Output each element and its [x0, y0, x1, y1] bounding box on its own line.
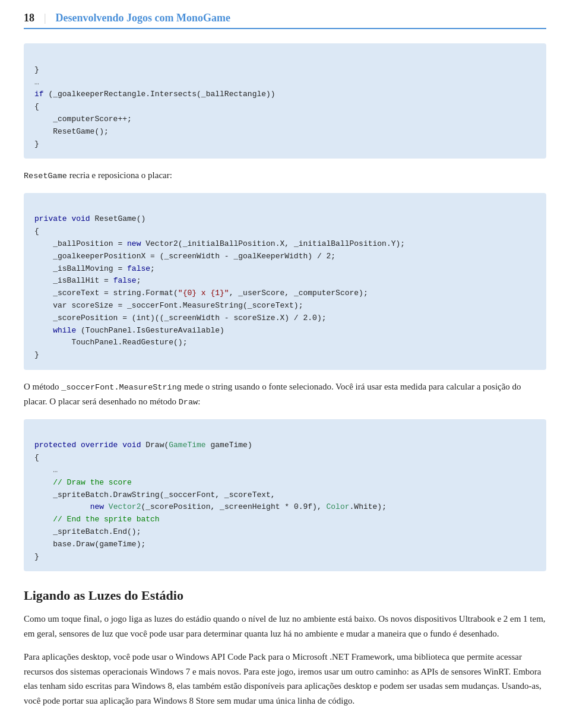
code-block-1: } … if (_goalkeeperRectangle.Intersects(…	[24, 43, 546, 159]
code-line: private void ResetGame()	[34, 214, 145, 223]
prose-text: ResetGame recria e reposiciona o placar:	[24, 170, 172, 180]
code-line: new Vector2(_scorePosition, _screenHeigh…	[34, 502, 387, 511]
prose-para3: Para aplicações desktop, você pode usar …	[24, 650, 546, 708]
code-line: {	[34, 453, 39, 462]
code-line: var scoreSize = _soccerFont.MeasureStrin…	[34, 301, 303, 310]
code-line: protected override void Draw(GameTime ga…	[34, 441, 252, 450]
code-line: {	[34, 102, 39, 111]
code-line: …	[34, 78, 39, 87]
code-line: _computerScore++;	[34, 115, 132, 124]
code-line: _isBallMoving = false;	[34, 264, 155, 273]
code-line: while (TouchPanel.IsGestureAvailable)	[34, 326, 224, 335]
page-header: 18 | Desenvolvendo Jogos com MonoGame	[24, 12, 546, 29]
code-line: }	[34, 350, 39, 359]
code-line: _scorePosition = (int)((_screenWidth - s…	[34, 314, 326, 322]
code-line: _spriteBatch.DrawString(_soccerFont, _sc…	[34, 490, 276, 499]
prose-measurestring: O método _soccerFont.MeasureString mede …	[24, 379, 546, 410]
code-block-2: private void ResetGame() { _ballPosition…	[24, 193, 546, 370]
code-line: {	[34, 227, 39, 236]
prose-text: O método _soccerFont.MeasureString mede …	[24, 382, 521, 406]
code-line: }	[34, 65, 39, 74]
code-line: }	[34, 552, 39, 561]
code-line: _scoreText = string.Format("{0} x {1}", …	[34, 289, 368, 297]
prose-resetgame-intro: ResetGame recria e reposiciona o placar:	[24, 168, 546, 183]
code-line: _goalkeeperPositionX = (_screenWidth - _…	[34, 252, 335, 261]
code-line: if (_goalkeeperRectangle.Intersects(_bal…	[34, 90, 276, 99]
code-line: _spriteBatch.End();	[34, 527, 141, 536]
prose-para2: Como um toque final, o jogo liga as luze…	[24, 612, 546, 641]
code-block-3: protected override void Draw(GameTime ga…	[24, 419, 546, 572]
code-line: // Draw the score	[34, 478, 132, 487]
page-title: Desenvolvendo Jogos com MonoGame	[56, 12, 230, 24]
code-line: }	[34, 140, 39, 148]
code-line: TouchPanel.ReadGesture();	[34, 338, 187, 347]
section-heading: Ligando as Luzes do Estádio	[24, 588, 546, 603]
page-number: 18	[24, 12, 34, 24]
code-line: _ballPosition = new Vector2(_initialBall…	[34, 239, 405, 248]
code-line: …	[34, 466, 58, 474]
code-line: base.Draw(gameTime);	[34, 540, 145, 549]
code-line: ResetGame();	[34, 127, 109, 136]
code-line: // End the sprite batch	[34, 515, 160, 524]
code-line: _isBallHit = false;	[34, 276, 141, 285]
